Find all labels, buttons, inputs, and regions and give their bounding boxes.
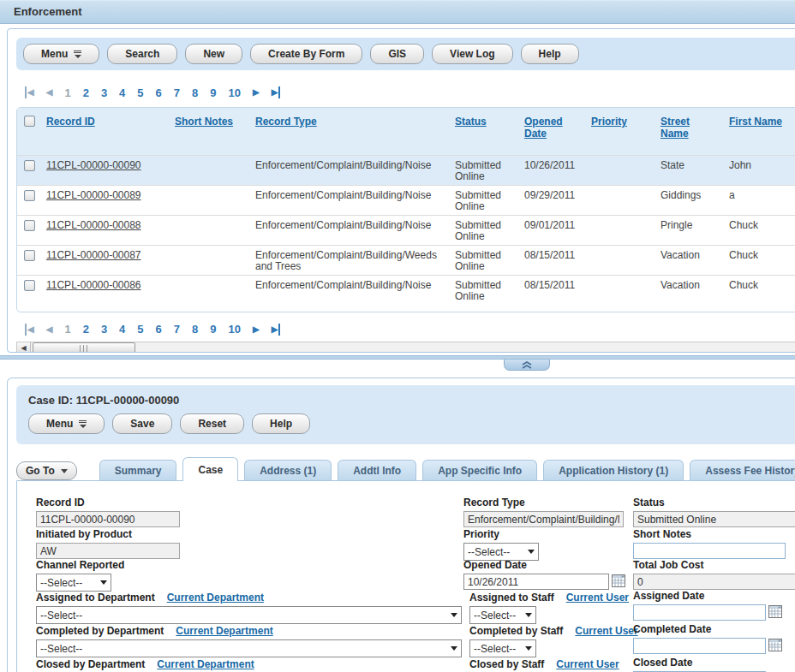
assigned-date-input[interactable]: [633, 604, 766, 621]
reset-button[interactable]: Reset: [180, 413, 244, 434]
table-row[interactable]: 11CPL-00000-00086 Enforcement/Complaint/…: [17, 275, 795, 305]
assigned-to-department-select[interactable]: --Select--: [36, 606, 462, 624]
search-button[interactable]: Search: [107, 44, 177, 64]
current-department-link[interactable]: Current Department: [157, 658, 254, 670]
opened-date-input[interactable]: [463, 574, 609, 590]
collapse-panel-button[interactable]: [504, 360, 550, 371]
create-by-form-button[interactable]: Create By Form: [250, 44, 362, 64]
gis-button[interactable]: GIS: [370, 44, 424, 64]
page-number[interactable]: 10: [229, 86, 241, 99]
tab-case[interactable]: Case: [182, 457, 238, 481]
current-user-link[interactable]: Current User: [566, 592, 629, 604]
new-button[interactable]: New: [185, 44, 242, 64]
page-number[interactable]: 7: [174, 86, 180, 99]
record-id-link[interactable]: 11CPL-00000-00089: [46, 189, 141, 201]
page-number[interactable]: 10: [229, 323, 241, 336]
channel-reported-select[interactable]: --Select--: [36, 574, 111, 592]
tab-assess-fee-history[interactable]: Assess Fee History (0): [690, 460, 795, 481]
save-button[interactable]: Save: [112, 413, 172, 434]
record-id-link[interactable]: 11CPL-00000-00090: [46, 159, 141, 171]
page-number[interactable]: 2: [83, 323, 89, 336]
next-page-icon[interactable]: ▶: [253, 324, 260, 336]
last-page-icon[interactable]: ▶: [272, 324, 281, 336]
current-user-link[interactable]: Current User: [556, 658, 619, 670]
column-short-notes[interactable]: Short Notes: [175, 116, 233, 128]
page-number[interactable]: 4: [119, 323, 125, 336]
row-checkbox[interactable]: [24, 160, 35, 171]
row-checkbox[interactable]: [24, 280, 35, 291]
completed-by-staff-select[interactable]: --Select--: [469, 639, 536, 657]
calendar-icon[interactable]: [612, 574, 625, 587]
assigned-to-staff-select[interactable]: --Select--: [469, 606, 536, 624]
record-id-link[interactable]: 11CPL-00000-00086: [46, 279, 141, 291]
calendar-icon[interactable]: [768, 639, 782, 651]
column-status[interactable]: Status: [455, 116, 487, 128]
help-button[interactable]: Help: [521, 44, 579, 64]
page-number[interactable]: 6: [156, 86, 162, 99]
row-checkbox[interactable]: [24, 250, 35, 261]
page-number-current: 1: [64, 86, 70, 99]
page-number[interactable]: 5: [137, 323, 143, 336]
column-record-id[interactable]: Record ID: [46, 116, 95, 128]
first-page-icon[interactable]: ◀: [25, 86, 34, 98]
page-number[interactable]: 8: [192, 86, 198, 99]
table-row[interactable]: 11CPL-00000-00090 Enforcement/Complaint/…: [17, 155, 795, 185]
page-number[interactable]: 9: [210, 323, 216, 336]
closed-by-staff-label: Closed by Staff: [469, 658, 544, 670]
tab-application-history[interactable]: Application History (1): [543, 460, 684, 481]
prev-page-icon[interactable]: ◀: [46, 86, 53, 98]
page-number[interactable]: 7: [174, 323, 180, 336]
column-opened-date[interactable]: Opened Date: [524, 116, 563, 140]
page-number[interactable]: 9: [210, 86, 216, 99]
case-help-button[interactable]: Help: [252, 413, 310, 434]
column-priority[interactable]: Priority: [591, 116, 627, 128]
page-number[interactable]: 6: [156, 323, 162, 336]
calendar-icon[interactable]: [768, 605, 782, 618]
page-number[interactable]: 4: [119, 86, 125, 99]
tab-addtl-info[interactable]: Addtl Info: [338, 460, 416, 481]
tab-summary[interactable]: Summary: [99, 460, 177, 481]
pagination-top: ◀ ◀ 1 2 3 4 5 6 7 8 9 10 ▶ ▶: [25, 86, 795, 99]
first-page-icon[interactable]: ◀: [25, 324, 34, 336]
table-row[interactable]: 11CPL-00000-00088 Enforcement/Complaint/…: [17, 215, 795, 245]
tab-address[interactable]: Address (1): [244, 460, 332, 481]
row-checkbox[interactable]: [24, 220, 35, 231]
table-header-row: Record ID Short Notes Record Type Status…: [17, 108, 795, 155]
priority-select[interactable]: --Select--: [463, 543, 539, 561]
last-page-icon[interactable]: ▶: [272, 86, 281, 98]
page-number[interactable]: 3: [101, 323, 107, 336]
menu-dropdown-icon: [79, 420, 87, 428]
next-page-icon[interactable]: ▶: [253, 86, 260, 98]
page-number[interactable]: 8: [192, 323, 198, 336]
initiated-by-product-field: [36, 543, 180, 559]
view-log-button[interactable]: View Log: [432, 44, 512, 64]
short-notes-input[interactable]: [633, 543, 786, 559]
row-checkbox[interactable]: [24, 190, 35, 201]
current-department-link[interactable]: Current Department: [176, 625, 272, 637]
scrollbar-thumb[interactable]: [33, 342, 135, 354]
select-all-checkbox[interactable]: [24, 116, 35, 127]
page-number[interactable]: 2: [83, 86, 89, 99]
column-record-type[interactable]: Record Type: [255, 116, 317, 128]
page-number[interactable]: 5: [137, 86, 143, 99]
page-number[interactable]: 3: [101, 86, 107, 99]
case-menu-button[interactable]: Menu: [28, 413, 105, 434]
scroll-left-icon[interactable]: ◀: [17, 342, 31, 354]
go-to-button[interactable]: Go To: [16, 461, 77, 480]
prev-page-icon[interactable]: ◀: [46, 324, 53, 336]
table-row[interactable]: 11CPL-00000-00087 Enforcement/Complaint/…: [17, 245, 795, 275]
current-user-link[interactable]: Current User: [575, 625, 637, 637]
status-field: [633, 511, 795, 527]
tab-app-specific-info[interactable]: App Specific Info: [422, 460, 537, 481]
menu-button[interactable]: Menu: [23, 44, 99, 64]
record-id-label: Record ID: [36, 497, 180, 508]
column-first-name[interactable]: First Name: [729, 116, 782, 128]
record-id-link[interactable]: 11CPL-00000-00088: [46, 219, 141, 231]
horizontal-scrollbar[interactable]: ◀ ▶: [16, 342, 795, 354]
completed-by-department-select[interactable]: --Select--: [36, 639, 462, 657]
column-street-name[interactable]: Street Name: [661, 116, 690, 140]
current-department-link[interactable]: Current Department: [167, 592, 264, 604]
record-id-link[interactable]: 11CPL-00000-00087: [46, 249, 141, 261]
completed-date-input[interactable]: [633, 638, 766, 654]
table-row[interactable]: 11CPL-00000-00089 Enforcement/Complaint/…: [17, 185, 795, 215]
